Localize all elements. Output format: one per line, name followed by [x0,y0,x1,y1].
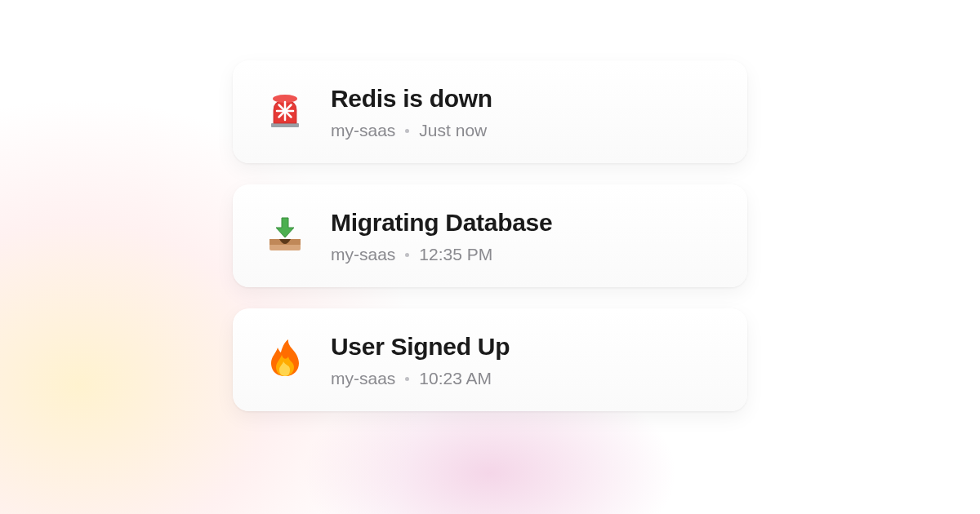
notification-title: Migrating Database [331,209,552,237]
notification-body: Redis is down my-saas Just now [331,85,492,140]
project-name: my-saas [331,369,395,388]
project-name: my-saas [331,121,395,140]
separator-dot [405,377,409,381]
notification-time: 10:23 AM [419,369,492,388]
separator-dot [405,129,409,133]
notification-time: 12:35 PM [419,245,492,264]
notification-meta: my-saas 10:23 AM [331,369,510,388]
notification-body: User Signed Up my-saas 10:23 AM [331,333,510,388]
notification-card[interactable]: Migrating Database my-saas 12:35 PM [233,184,747,287]
svg-rect-0 [271,123,299,127]
notification-body: Migrating Database my-saas 12:35 PM [331,209,552,264]
notification-title: Redis is down [331,85,492,113]
notification-card[interactable]: User Signed Up my-saas 10:23 AM [233,308,747,411]
notification-time: Just now [419,121,487,140]
download-box-icon [262,210,308,256]
notification-list: Redis is down my-saas Just now Migrating… [0,0,980,411]
notification-card[interactable]: Redis is down my-saas Just now [233,60,747,163]
notification-meta: my-saas Just now [331,121,492,140]
fire-icon [262,335,308,380]
separator-dot [405,253,409,257]
notification-meta: my-saas 12:35 PM [331,245,552,264]
siren-icon [262,86,308,132]
project-name: my-saas [331,245,395,264]
notification-title: User Signed Up [331,333,510,361]
